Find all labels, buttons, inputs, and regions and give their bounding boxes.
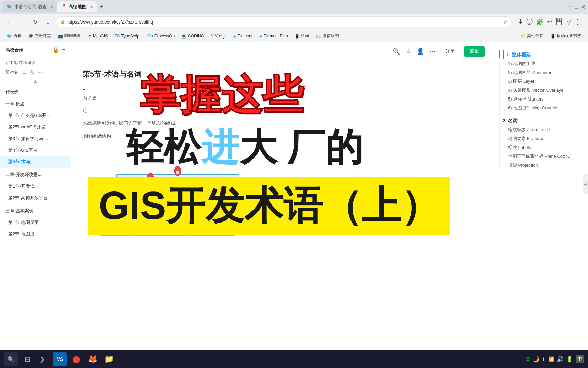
sidebar-add-icon[interactable]: + xyxy=(62,46,66,53)
window-close[interactable]: ✕ xyxy=(581,4,585,10)
toc-item-0[interactable]: 1. 整体框架 xyxy=(503,50,583,59)
bookmark-icon[interactable]: ☆ xyxy=(503,19,507,25)
taskbar-search[interactable]: 🔍 xyxy=(4,352,18,366)
bookmark-bilibili[interactable]: 📺 哔哩哔哩 xyxy=(55,32,83,40)
article-wrapper: 第5节-术语与名词 1. 为了更... 1) 以高德地图为例, 我们先了解一下地… xyxy=(71,61,493,368)
toc-panel: 1. 整体框架 1) 地图的组成 2) 地图容器 Container 3) 图层… xyxy=(493,42,588,368)
tab2-title: 高德地图 xyxy=(69,4,86,10)
bookmark-element[interactable]: ◈ Element xyxy=(230,33,255,40)
nav-reload-button[interactable]: ↻ xyxy=(30,17,40,27)
more-sidebar-icon[interactable]: ⋯ xyxy=(38,70,42,75)
nav-forward-button[interactable]: → xyxy=(17,17,27,27)
bookmark-yuque[interactable]: 🐦 语雀 xyxy=(4,32,24,40)
profile-icon[interactable]: Ⓙ xyxy=(526,18,533,26)
history-icon[interactable]: ↩ xyxy=(547,18,552,26)
sidebar-item-sec5[interactable]: 第5节-术与... xyxy=(0,156,71,168)
taskbar-terminal[interactable]: ❯_ xyxy=(37,352,50,366)
bookmark-mobile[interactable]: 📱 移动设备书签 xyxy=(548,32,584,40)
toc-item-8[interactable]: 缩放等级 Zoom Level xyxy=(503,125,583,134)
svg-point-6 xyxy=(149,178,152,181)
sidebar-item-ch2[interactable]: 二章-开发环境搭... xyxy=(0,169,71,181)
bookmark-typescript[interactable]: TS TypeScript xyxy=(112,33,143,40)
extension-icon[interactable]: 🧩 xyxy=(536,18,543,26)
search-page-icon[interactable]: 🔍 xyxy=(393,48,400,55)
toc-item-6[interactable]: 6) 地图控件 Map Controls xyxy=(503,104,583,112)
article-container[interactable]: 第5节-术语与名词 1. 为了更... 1) 以高德地图为例, 我们先了解一下地… xyxy=(71,61,493,349)
toc-item-3[interactable]: 3) 图层 Layer xyxy=(503,77,583,86)
toc-item-1[interactable]: 1) 地图的组成 xyxy=(503,59,583,68)
bookmark-element-plus[interactable]: ◈ Element Plus xyxy=(257,33,291,40)
filter-icon[interactable]: ▽ xyxy=(566,18,571,26)
bookmark-jiegeketan[interactable]: 🎓 杰哥课堂 xyxy=(26,32,54,40)
share-button[interactable]: 分享 xyxy=(441,46,459,57)
vant-label: Vant xyxy=(301,34,309,39)
right-edge-collapse[interactable]: ◀ xyxy=(583,174,588,194)
taskbar-camera[interactable]: ⬤ xyxy=(69,352,83,366)
toc-item-4[interactable]: 4) 矢量图形 Vector Overlays xyxy=(503,86,583,95)
save-icon[interactable]: 💾 xyxy=(555,18,563,26)
edit-button[interactable]: 编辑 xyxy=(464,46,485,57)
more-page-icon[interactable]: ⋯ xyxy=(429,48,436,55)
window-minimize[interactable]: ─ xyxy=(568,4,572,10)
taskbar-files[interactable]: ⊟ xyxy=(20,352,34,366)
bookmark-weixin-reader[interactable]: 📖 微信读书 xyxy=(313,32,342,40)
sidebar-item-sec1[interactable]: 第1节-什么是GIS开... xyxy=(0,110,71,121)
volume-tray-icon[interactable]: 🔊 xyxy=(557,356,564,363)
toc-item-11[interactable]: 地图平面像素坐标 Plane Coor... xyxy=(503,152,583,161)
nav-back-button[interactable]: ← xyxy=(4,17,14,27)
svg-point-10 xyxy=(190,184,193,188)
mobile-bookmark-icon: 📱 xyxy=(550,34,555,39)
bilibili-favicon: 📺 xyxy=(58,34,63,39)
tab-inactive-1[interactable]: 🐦 术语与名词·语雀 ✕ xyxy=(3,1,57,12)
bookmark-other[interactable]: 📁 其他书签 xyxy=(518,32,546,40)
sogou-tray-icon[interactable]: S xyxy=(526,356,530,362)
toc-item-5[interactable]: 5) 点标记 Markers xyxy=(503,95,583,104)
address-bar: ← → ↻ ⌂ 🔒 https://www.yuque.com/kcyfzx/p… xyxy=(0,14,588,30)
sidebar-item-sec4[interactable]: 第4节-GIS平台 xyxy=(0,144,71,156)
bookmark-coding[interactable]: 💻 CODING xyxy=(179,33,207,40)
tab1-close[interactable]: ✕ xyxy=(50,5,53,9)
new-tab-button[interactable]: + xyxy=(97,3,106,11)
bookmark-mapgis[interactable]: 🗂 MapGIS xyxy=(85,33,111,40)
list-icon[interactable]: ☰ xyxy=(22,70,26,75)
window-maximize[interactable]: □ xyxy=(575,4,578,10)
search-sidebar-icon[interactable]: 🔍 xyxy=(30,70,35,75)
star-page-icon[interactable]: ☆ xyxy=(406,48,411,55)
toc-item-10[interactable]: 标注 Labels xyxy=(503,143,583,152)
sidebar-item-ch3-sec2[interactable]: 第2节-地图控... xyxy=(0,228,71,240)
sidebar-item-ch1[interactable]: 一章-概述 xyxy=(0,98,71,110)
tab2-close[interactable]: ✕ xyxy=(90,5,93,9)
bookmark-processon[interactable]: On ProcessOn xyxy=(145,33,177,40)
sidebar-item-ch2-sec1[interactable]: 第1节-开发软... xyxy=(0,181,71,192)
sidebar-item-outline[interactable]: 程大纲 xyxy=(0,87,71,98)
taskbar-firefox[interactable]: 🦊 xyxy=(86,352,99,366)
user-page-icon[interactable]: 👤 xyxy=(416,48,424,55)
nav-home-button[interactable]: ⌂ xyxy=(43,17,53,27)
toc-item-9[interactable]: 地图要素 Features xyxy=(503,134,583,143)
battery-tray-icon[interactable]: 🔋 xyxy=(566,356,573,363)
toc-item-12[interactable]: 投影 Projection xyxy=(503,161,583,170)
taskbar-vscode[interactable]: VS xyxy=(53,352,67,366)
mobile-bookmark-label: 移动设备书签 xyxy=(557,33,581,39)
bookmark-vuejs[interactable]: V Vue.js xyxy=(208,33,229,40)
sidebar-item-ch3[interactable]: 三章-基本案例 xyxy=(0,205,71,217)
moon-tray-icon[interactable]: 🌙 xyxy=(533,356,539,363)
tab-active-2[interactable]: 📍 高德地图 ✕ xyxy=(57,1,97,12)
terminal-taskbar-icon: ❯_ xyxy=(40,356,47,363)
wifi-tray-icon[interactable]: 📶 xyxy=(548,356,554,362)
toc-item-7[interactable]: 2. 名词 xyxy=(503,117,583,125)
scroll-up-icon[interactable]: ▲ xyxy=(33,78,38,84)
url-bar[interactable]: 🔒 https://www.yuque.com/kcyfzx/pzxizh/ca… xyxy=(56,16,512,27)
firefox-taskbar-icon: 🦊 xyxy=(88,355,97,364)
arrow-tray-icon[interactable]: ⬆ xyxy=(542,357,545,362)
sidebar-item-ch3-sec1[interactable]: 第1节-地图显示 xyxy=(0,217,71,228)
sidebar-item-sec2[interactable]: 第2节-webGIS开发 xyxy=(0,121,71,133)
bookmark-vant[interactable]: 📱 Vant xyxy=(292,33,312,40)
download-icon[interactable]: ⬇ xyxy=(518,18,523,26)
menu-icon[interactable]: ⋮ xyxy=(574,18,581,26)
toc-item-2[interactable]: 2) 地图容器 Container xyxy=(503,68,583,77)
sidebar-item-ch2-sec2[interactable]: 第2节-高德开放平台 xyxy=(0,192,71,204)
sidebar-item-sec3[interactable]: 第3节-如何学习we... xyxy=(0,133,71,144)
ime-tray-icon[interactable]: 中 xyxy=(576,355,584,363)
taskbar-folder[interactable]: 📁 xyxy=(102,352,116,366)
